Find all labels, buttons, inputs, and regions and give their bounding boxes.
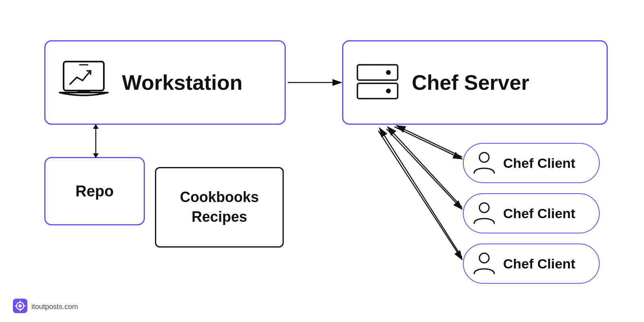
svg-line-22	[380, 128, 462, 258]
svg-point-9	[479, 203, 489, 213]
svg-point-10	[479, 253, 489, 263]
chef-server-label: Chef Server	[412, 70, 529, 95]
chef-client-box-1: Chef Client	[463, 143, 600, 183]
chef-client-box-2: Chef Client	[463, 193, 600, 233]
svg-line-20	[396, 126, 462, 157]
repo-label: Repo	[76, 183, 114, 200]
chef-client-label-2: Chef Client	[503, 206, 575, 221]
footer-text: itoutposts.com	[31, 303, 78, 311]
workstation-box: Workstation	[44, 40, 286, 125]
footer: itoutposts.com	[13, 299, 78, 315]
svg-rect-6	[357, 83, 398, 99]
svg-line-21	[388, 127, 462, 207]
cookbooks-label: CookbooksRecipes	[180, 188, 259, 227]
person-icon-3	[472, 250, 497, 277]
laptop-icon	[58, 60, 110, 105]
svg-point-5	[386, 70, 391, 75]
svg-line-17	[394, 127, 462, 159]
cookbooks-box: CookbooksRecipes	[155, 167, 284, 248]
svg-line-19	[378, 131, 462, 260]
svg-point-8	[479, 153, 489, 162]
diagram-container: Workstation Chef Server Repo CookbooksRe…	[0, 0, 644, 322]
chef-client-label-3: Chef Client	[503, 256, 575, 272]
chef-client-box-3: Chef Client	[463, 244, 600, 284]
person-icon-1	[472, 150, 497, 176]
footer-logo	[13, 299, 27, 315]
svg-point-25	[19, 304, 22, 308]
svg-rect-4	[357, 65, 398, 80]
server-icon	[355, 62, 400, 103]
chef-client-label-1: Chef Client	[503, 155, 575, 171]
chef-server-box: Chef Server	[342, 40, 608, 125]
svg-rect-0	[64, 62, 104, 91]
svg-line-18	[386, 129, 462, 209]
svg-point-7	[386, 89, 391, 93]
person-icon-2	[472, 200, 497, 227]
workstation-label: Workstation	[122, 70, 243, 95]
repo-box: Repo	[44, 157, 145, 225]
